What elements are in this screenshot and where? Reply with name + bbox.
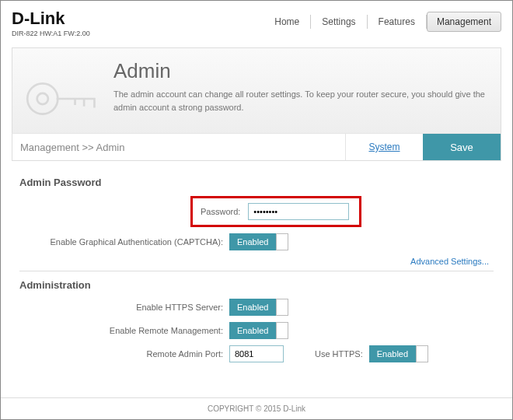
system-link[interactable]: System — [345, 134, 423, 160]
nav-settings[interactable]: Settings — [311, 12, 366, 32]
page-description: The admin account can change all router … — [113, 88, 485, 114]
remote-port-input[interactable] — [229, 345, 284, 362]
svg-point-0 — [27, 83, 58, 114]
remote-mgmt-toggle[interactable]: Enabled — [229, 322, 288, 339]
password-highlight-box: Password: — [190, 196, 361, 227]
top-nav: Home Settings Features Management — [263, 9, 501, 32]
password-label: Password: — [201, 207, 240, 216]
toggle-state: Enabled — [229, 233, 276, 250]
remote-port-label: Remote Admin Port: — [19, 349, 229, 359]
nav-management[interactable]: Management — [427, 12, 501, 32]
toggle-knob — [276, 322, 288, 339]
https-server-label: Enable HTTPS Server: — [19, 303, 229, 312]
nav-features[interactable]: Features — [368, 12, 426, 32]
toggle-state: Enabled — [229, 299, 276, 316]
password-input[interactable] — [248, 203, 349, 220]
svg-point-1 — [37, 93, 48, 104]
brand-logo: D-Link — [12, 9, 90, 29]
toggle-state: Enabled — [369, 345, 416, 362]
brand: D-Link DIR-822 HW:A1 FW:2.00 — [12, 9, 90, 37]
breadcrumb: Management >> Admin — [12, 134, 345, 160]
model-info: DIR-822 HW:A1 FW:2.00 — [12, 30, 90, 37]
remote-mgmt-label: Enable Remote Management: — [19, 326, 229, 335]
toggle-knob — [276, 233, 288, 250]
use-https-toggle[interactable]: Enabled — [369, 345, 428, 362]
toggle-knob — [416, 345, 428, 362]
save-button[interactable]: Save — [423, 134, 501, 160]
divider — [19, 271, 494, 271]
captcha-toggle[interactable]: Enabled — [229, 233, 288, 250]
use-https-label: Use HTTPS: — [315, 349, 369, 359]
toggle-knob — [276, 299, 288, 316]
toggle-state: Enabled — [229, 322, 276, 339]
footer-copyright: COPYRIGHT © 2015 D-Link — [1, 397, 512, 419]
section-administration: Administration — [19, 279, 494, 291]
https-server-toggle[interactable]: Enabled — [229, 299, 288, 316]
key-icon — [17, 68, 103, 130]
page-title: Admin — [113, 59, 485, 83]
advanced-settings-link[interactable]: Advanced Settings... — [19, 257, 489, 266]
page-banner: Admin The admin account can change all r… — [12, 47, 501, 133]
captcha-label: Enable Graphical Authentication (CAPTCHA… — [19, 237, 229, 247]
section-admin-password: Admin Password — [19, 177, 494, 188]
nav-home[interactable]: Home — [263, 12, 310, 32]
